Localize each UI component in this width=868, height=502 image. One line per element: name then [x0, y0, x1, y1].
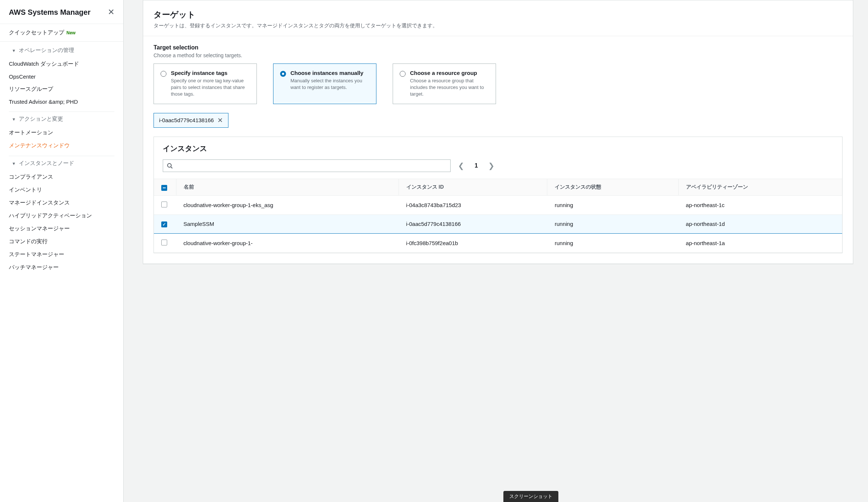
option-title: Choose instances manually: [290, 70, 369, 76]
section-header-operations[interactable]: ▼ オペレーションの管理: [9, 43, 114, 58]
instances-table: 名前 インスタンス ID インスタンスの状態 アベイラビリティーゾーン clou…: [154, 179, 842, 253]
sidebar-header: AWS Systems Manager ✕: [0, 7, 123, 24]
sidebar-item-run-command[interactable]: コマンドの実行: [9, 235, 114, 248]
sidebar-item-hybrid-activation[interactable]: ハイブリッドアクティベーション: [9, 209, 114, 222]
option-title: Specify instance tags: [171, 70, 250, 76]
close-icon[interactable]: ✕: [108, 7, 114, 17]
radio-icon: [161, 71, 166, 77]
option-title: Choose a resource group: [410, 70, 489, 76]
target-title: ターゲット: [154, 9, 843, 20]
col-id[interactable]: インスタンス ID: [399, 179, 547, 195]
token-remove-icon[interactable]: ✕: [217, 117, 223, 124]
svg-line-1: [171, 167, 172, 168]
option-choose-manually[interactable]: Choose instances manually Manually selec…: [273, 63, 376, 104]
col-state[interactable]: インスタンスの状態: [547, 179, 678, 195]
selected-instance-token: i-0aac5d779c4138166 ✕: [154, 113, 228, 128]
next-page-icon[interactable]: ❯: [488, 161, 495, 170]
row-checkbox[interactable]: [161, 240, 167, 245]
cell-name: cloudnative-worker-group-1-: [176, 233, 399, 252]
cell-az: ap-northeast-1c: [678, 195, 842, 214]
sidebar-item-automation[interactable]: オートメーション: [9, 126, 114, 139]
cell-az: ap-northeast-1d: [678, 214, 842, 233]
svg-point-0: [168, 164, 171, 167]
sidebar-item-maintenance-window[interactable]: メンテナンスウィンドウ: [9, 139, 114, 152]
option-desc: Choose a resource group that includes th…: [410, 78, 489, 98]
caret-down-icon: ▼: [12, 117, 16, 121]
caret-down-icon: ▼: [12, 48, 16, 53]
sidebar-item-compliance[interactable]: コンプライアンス: [9, 171, 114, 183]
nav-section-instances: ▼ インスタンスとノード コンプライアンス インベントリ マネージドインスタンス…: [9, 156, 114, 278]
option-specify-tags[interactable]: Specify instance tags Specify one or mor…: [154, 63, 257, 104]
sidebar-item-opscenter[interactable]: OpsCenter: [9, 71, 114, 83]
sidebar: AWS Systems Manager ✕ クイックセットアップ New ▼ オ…: [0, 0, 124, 502]
section-header-instances[interactable]: ▼ インスタンスとノード: [9, 156, 114, 171]
screenshot-tooltip: スクリーンショット: [503, 491, 558, 502]
sidebar-item-managed-instances[interactable]: マネージドインスタンス: [9, 196, 114, 209]
table-row[interactable]: ✓ SampleSSM i-0aac5d779c4138166 running …: [154, 214, 842, 233]
pagination: ❮ 1 ❯: [458, 161, 495, 170]
cell-state: running: [547, 233, 678, 252]
page-number: 1: [475, 162, 478, 169]
sidebar-item-session-manager[interactable]: セッションマネージャー: [9, 222, 114, 235]
instances-title: インスタンス: [163, 144, 833, 154]
search-box[interactable]: [163, 159, 451, 172]
cell-name: SampleSSM: [176, 214, 399, 233]
search-input[interactable]: [176, 163, 447, 169]
nav-section-operations: ▼ オペレーションの管理 CloudWatch ダッシュボード OpsCente…: [9, 43, 114, 112]
search-icon: [167, 163, 173, 169]
token-label: i-0aac5d779c4138166: [159, 117, 214, 123]
target-selection-title: Target selection: [154, 44, 843, 51]
radio-checked-icon: [280, 71, 286, 77]
sidebar-item-state-manager[interactable]: ステートマネージャー: [9, 248, 114, 261]
select-all-header: [154, 179, 176, 195]
cell-id: i-0aac5d779c4138166: [399, 214, 547, 233]
sidebar-item-inventory[interactable]: インベントリ: [9, 183, 114, 196]
caret-down-icon: ▼: [12, 161, 16, 166]
sidebar-item-trusted-advisor[interactable]: Trusted Advisor &amp; PHD: [9, 96, 114, 108]
row-checkbox[interactable]: [161, 202, 167, 207]
instances-header: インスタンス: [154, 137, 842, 157]
cell-name: cloudnative-worker-group-1-eks_asg: [176, 195, 399, 214]
cell-id: i-04a3c8743ba715d23: [399, 195, 547, 214]
sidebar-item-quick-setup[interactable]: クイックセットアップ New: [0, 24, 123, 42]
select-all-checkbox[interactable]: [161, 185, 167, 191]
option-row: Specify instance tags Specify one or mor…: [154, 63, 843, 104]
row-checkbox[interactable]: ✓: [161, 221, 167, 227]
prev-page-icon[interactable]: ❮: [458, 161, 464, 170]
target-panel: ターゲット ターゲットは、登録するインスタンスです。マネージドインスタンスとタグ…: [143, 0, 853, 264]
app-title: AWS Systems Manager: [9, 8, 90, 17]
search-row: ❮ 1 ❯: [154, 157, 842, 179]
sidebar-item-resource-groups[interactable]: リソースグループ: [9, 83, 114, 96]
cell-state: running: [547, 195, 678, 214]
target-panel-header: ターゲット ターゲットは、登録するインスタンスです。マネージドインスタンスとタグ…: [143, 0, 853, 36]
new-badge: New: [66, 30, 76, 35]
col-az[interactable]: アベイラビリティーゾーン: [678, 179, 842, 195]
cell-az: ap-northeast-1a: [678, 233, 842, 252]
target-selection-subtitle: Choose a method for selecting targets.: [154, 52, 843, 58]
instances-panel: インスタンス ❮ 1 ❯: [154, 137, 843, 253]
option-desc: Manually select the instances you want t…: [290, 78, 369, 91]
option-resource-group[interactable]: Choose a resource group Choose a resourc…: [393, 63, 496, 104]
col-name[interactable]: 名前: [176, 179, 399, 195]
target-panel-body: Target selection Choose a method for sel…: [143, 36, 853, 264]
sidebar-item-patch-manager[interactable]: パッチマネージャー: [9, 261, 114, 274]
quick-setup-label: クイックセットアップ: [9, 29, 64, 36]
target-subtitle: ターゲットは、登録するインスタンスです。マネージドインスタンスとタグの両方を使用…: [154, 23, 843, 29]
cell-state: running: [547, 214, 678, 233]
section-header-actions[interactable]: ▼ アクションと変更: [9, 112, 114, 126]
radio-icon: [400, 71, 406, 77]
sidebar-item-cloudwatch[interactable]: CloudWatch ダッシュボード: [9, 58, 114, 71]
nav-section-actions: ▼ アクションと変更 オートメーション メンテナンスウィンドウ: [9, 112, 114, 156]
cell-id: i-0fc398b759f2ea01b: [399, 233, 547, 252]
main-content: ターゲット ターゲットは、登録するインスタンスです。マネージドインスタンスとタグ…: [124, 0, 868, 502]
option-desc: Specify one or more tag key-value pairs …: [171, 78, 250, 98]
table-row[interactable]: cloudnative-worker-group-1-eks_asg i-04a…: [154, 195, 842, 214]
table-row[interactable]: cloudnative-worker-group-1- i-0fc398b759…: [154, 233, 842, 252]
